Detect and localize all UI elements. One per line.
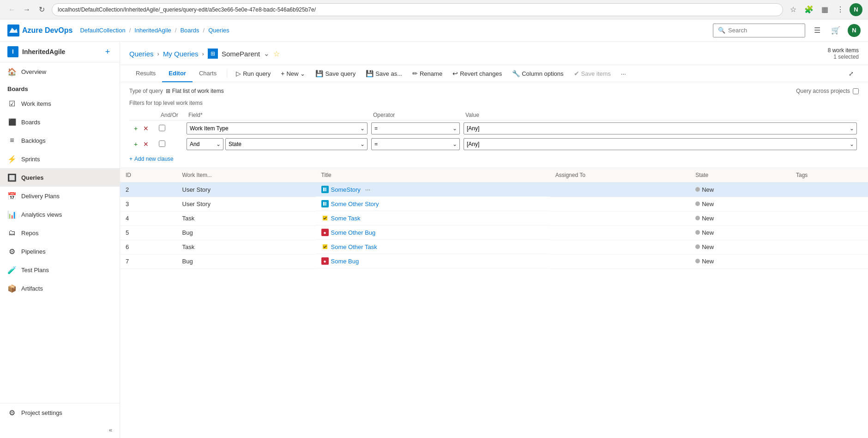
breadcrumb-boards[interactable]: Boards — [180, 27, 199, 34]
address-bar[interactable]: localhost/DefaultCollection/InheritedAgi… — [52, 3, 783, 16]
search-box[interactable]: 🔍 — [713, 24, 805, 37]
favorite-star-icon[interactable]: ☆ — [273, 49, 280, 58]
sidebar-toggle-button[interactable]: ▦ — [818, 3, 831, 16]
back-button[interactable]: ← — [6, 3, 18, 16]
run-query-label: Run query — [243, 70, 271, 77]
save-items-icon: ✔ — [574, 70, 579, 77]
azure-devops-logo[interactable]: Azure DevOps — [7, 24, 72, 36]
breadcrumb-default-collection[interactable]: DefaultCollection — [80, 27, 125, 34]
tab-results[interactable]: Results — [129, 65, 162, 82]
cell-title[interactable]: Some Task — [316, 211, 550, 225]
sidebar-item-project-settings[interactable]: ⚙ Project settings — [0, 403, 120, 422]
filter-row-1-value-select[interactable]: [Any] — [464, 122, 857, 134]
filter-row-2-operator-select[interactable]: = — [371, 138, 460, 150]
save-query-button[interactable]: 💾 Save query — [310, 67, 361, 80]
nav-cart-button[interactable]: 🛒 — [829, 24, 842, 37]
sidebar-collapse-button[interactable]: « — [0, 422, 120, 438]
search-input[interactable] — [728, 27, 800, 34]
filter-row-2-remove-button[interactable]: ✕ — [141, 140, 151, 149]
table-row[interactable]: 6TaskSome Other TaskNew — [120, 240, 868, 254]
expand-button[interactable]: ⤢ — [844, 67, 859, 80]
table-row[interactable]: 7Bug●Some BugNew — [120, 254, 868, 268]
save-as-button[interactable]: 💾 Save as... — [361, 67, 407, 80]
sidebar-item-pipelines[interactable]: ⚙ Pipelines — [0, 242, 120, 261]
title-link[interactable]: Some Task — [331, 215, 361, 222]
pipelines-icon: ⚙ — [7, 247, 17, 256]
col-assigned-header: Assigned To — [550, 168, 690, 182]
new-button[interactable]: + New ⌄ — [276, 67, 310, 80]
sidebar-item-overview[interactable]: 🏠 Overview — [0, 62, 120, 81]
table-row[interactable]: 4TaskSome TaskNew — [120, 211, 868, 225]
cell-title[interactable]: ●Some Other Bug — [316, 225, 550, 240]
cell-type: User Story — [177, 197, 316, 211]
reload-button[interactable]: ↻ — [35, 3, 48, 16]
sidebar-item-artifacts[interactable]: 📦 Artifacts — [0, 279, 120, 298]
breadcrumb-queries[interactable]: Queries — [208, 27, 229, 34]
sidebar-item-backlogs[interactable]: ≡ Backlogs — [0, 131, 120, 150]
filter-row-1-remove-button[interactable]: ✕ — [141, 124, 151, 133]
page-title-row: ⊞ SomeParent ⌄ ☆ — [208, 49, 280, 59]
sidebar-item-sprints[interactable]: ⚡ Sprints — [0, 150, 120, 168]
sidebar-item-queries[interactable]: 🔲 Queries — [0, 168, 120, 187]
filter-row-1-add-button[interactable]: + — [131, 124, 140, 133]
title-link[interactable]: SomeStory — [331, 186, 361, 193]
bookmark-button[interactable]: ☆ — [787, 3, 800, 16]
breadcrumb-queries-link[interactable]: Queries — [129, 50, 154, 58]
table-row[interactable]: 5Bug●Some Other BugNew — [120, 225, 868, 240]
column-options-button[interactable]: 🔧 Column options — [507, 67, 568, 80]
sidebar-item-work-items[interactable]: ☑ Work items — [0, 94, 120, 113]
run-query-button[interactable]: ▷ Run query — [231, 67, 276, 80]
cell-assigned — [550, 225, 690, 240]
profile-avatar[interactable]: N — [850, 3, 862, 16]
rename-button[interactable]: ✏ Rename — [407, 67, 447, 80]
user-avatar[interactable]: N — [848, 24, 861, 37]
extensions-button[interactable]: 🧩 — [802, 3, 815, 16]
title-link[interactable]: Some Other Story — [331, 201, 379, 207]
cell-title[interactable]: ●Some Bug — [316, 254, 550, 268]
save-items-button[interactable]: ✔ Save items — [569, 67, 616, 80]
breadcrumb-inherited-agile[interactable]: InheritedAgile — [134, 27, 171, 34]
sidebar-item-test-plans[interactable]: 🧪 Test Plans — [0, 261, 120, 279]
tab-editor[interactable]: Editor — [162, 65, 193, 82]
filter-row-1-field-select[interactable]: Work Item Type — [187, 122, 368, 134]
cell-title[interactable]: SomeStory··· — [316, 182, 550, 197]
filter-row-2-andor-select[interactable]: And Or — [187, 138, 223, 150]
title-link[interactable]: Some Other Bug — [331, 229, 376, 236]
browser-menu-button[interactable]: ⋮ — [834, 3, 847, 16]
table-row[interactable]: 2User StorySomeStory···New — [120, 182, 868, 197]
add-clause-icon: + — [129, 156, 133, 162]
add-project-button[interactable]: + — [103, 47, 112, 56]
filter-row-2-value-select[interactable]: [Any] — [464, 138, 857, 150]
sidebar-item-repos[interactable]: 🗂 Repos — [0, 224, 120, 242]
cell-title[interactable]: Some Other Story — [316, 197, 550, 211]
filter-row-1-checkbox[interactable] — [159, 125, 165, 131]
sidebar-item-boards[interactable]: ⬛ Boards — [0, 113, 120, 131]
filter-row-2-field-select[interactable]: State — [225, 138, 368, 150]
title-link[interactable]: Some Bug — [331, 258, 359, 265]
row-more-options-button[interactable]: ··· — [365, 186, 371, 193]
browser-icons: ☆ 🧩 ▦ ⋮ N — [787, 3, 862, 16]
filter-row-1-operator-select[interactable]: = — [371, 122, 460, 134]
nav-settings-button[interactable]: ☰ — [811, 24, 824, 37]
query-across-projects: Query across projects — [796, 88, 859, 94]
table-row[interactable]: 3User StorySome Other StoryNew — [120, 197, 868, 211]
forward-button[interactable]: → — [20, 3, 33, 16]
title-link[interactable]: Some Other Task — [331, 243, 377, 250]
filter-row-2-checkbox[interactable] — [159, 140, 165, 147]
breadcrumb-my-queries-link[interactable]: My Queries — [163, 50, 199, 58]
tab-charts[interactable]: Charts — [193, 65, 223, 82]
cell-assigned — [550, 211, 690, 225]
title-chevron-icon[interactable]: ⌄ — [264, 49, 270, 58]
cell-title[interactable]: Some Other Task — [316, 240, 550, 254]
cell-type: Bug — [177, 225, 316, 240]
sidebar-item-analytics-views[interactable]: 📊 Analytics views — [0, 205, 120, 224]
add-clause-button[interactable]: + Add new clause — [129, 156, 174, 162]
query-across-checkbox[interactable] — [853, 88, 859, 94]
svg-rect-3 — [323, 202, 325, 206]
more-options-button[interactable]: ··· — [616, 67, 631, 80]
filter-row-2-add-button[interactable]: + — [131, 140, 140, 149]
flat-list-badge[interactable]: ⊞ Flat list of work items — [166, 88, 224, 94]
sidebar-item-delivery-plans[interactable]: 📅 Delivery Plans — [0, 187, 120, 205]
revert-changes-button[interactable]: ↩ Revert changes — [447, 67, 507, 80]
sidebar-item-label: Work items — [21, 100, 51, 107]
